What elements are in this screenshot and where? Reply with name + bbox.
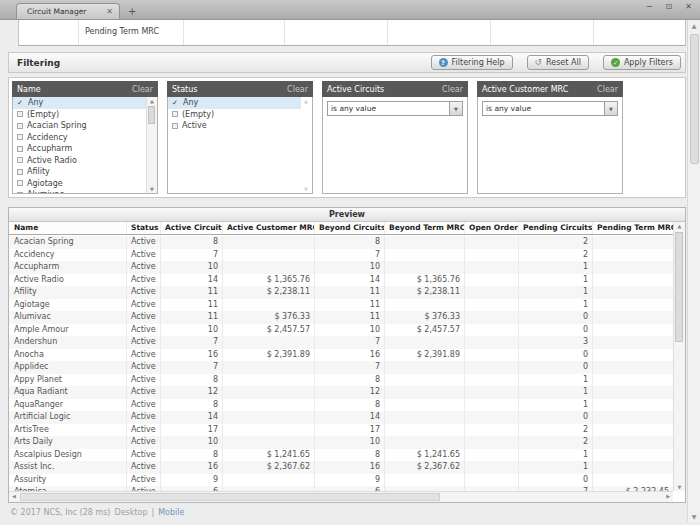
- clear-link[interactable]: Clear: [287, 85, 308, 94]
- checkbox[interactable]: [17, 192, 23, 193]
- active-customer-mrc-dropdown[interactable]: is any value ▼: [482, 101, 618, 116]
- table-row[interactable]: Acacian SpringActive882: [9, 236, 673, 249]
- table-row[interactable]: Artificial LogicActive14140: [9, 411, 673, 424]
- column-divider: [490, 20, 491, 45]
- close-icon[interactable]: ✕: [685, 2, 692, 11]
- table-row[interactable]: AgiotageActive11111: [9, 299, 673, 312]
- table-cell: 1: [519, 261, 593, 274]
- scrollbar-thumb[interactable]: [148, 106, 155, 124]
- column-header-active-customer-mrc[interactable]: Active Customer MRC: [223, 222, 315, 234]
- maximize-icon[interactable]: ⊡: [666, 2, 673, 11]
- scroll-left-icon[interactable]: ◀: [12, 493, 16, 499]
- footer-desktop-link[interactable]: Desktop: [114, 508, 147, 517]
- filter-option--empty-[interactable]: (Empty): [168, 109, 301, 121]
- scroll-up-icon[interactable]: ▲: [688, 22, 700, 29]
- table-cell: 16: [161, 349, 223, 362]
- checkbox[interactable]: [17, 111, 23, 117]
- column-header-beyond-circuits[interactable]: Beyond Circuits: [315, 222, 385, 234]
- table-cell: 1: [519, 374, 593, 387]
- tab-close-icon[interactable]: ✕: [100, 7, 119, 16]
- chevron-down-icon[interactable]: ▼: [604, 102, 617, 115]
- table-row[interactable]: ApplidecActive770: [9, 361, 673, 374]
- minimize-icon[interactable]: −: [646, 2, 653, 11]
- scroll-down-icon[interactable]: ▼: [688, 513, 700, 520]
- checkbox[interactable]: [17, 123, 23, 129]
- scroll-right-icon[interactable]: ▶: [666, 493, 670, 499]
- table-row[interactable]: Ascalpius DesignActive8$ 1,241.658$ 1,24…: [9, 449, 673, 462]
- filter-option-agiotage[interactable]: Agiotage: [13, 178, 146, 190]
- filter-option--empty-[interactable]: (Empty): [13, 109, 146, 121]
- tab-circuit-manager[interactable]: Circuit Manager ✕: [16, 3, 120, 19]
- filter-option-label: Active Radio: [27, 156, 77, 165]
- filter-option-any[interactable]: ✓Any: [168, 97, 301, 109]
- filter-option-accidency[interactable]: Accidency: [13, 132, 146, 144]
- filter-option-any[interactable]: ✓Any: [13, 97, 146, 109]
- table-row[interactable]: Appy PlanetActive881: [9, 374, 673, 387]
- checkbox[interactable]: [172, 111, 178, 117]
- filter-option-accupharm[interactable]: Accupharm: [13, 143, 146, 155]
- active-circuits-dropdown[interactable]: is any value ▼: [327, 101, 463, 116]
- table-row[interactable]: Arts DailyActive10102: [9, 436, 673, 449]
- table-row[interactable]: Aqua RadiantActive12121: [9, 386, 673, 399]
- scrollbar-thumb[interactable]: [20, 493, 440, 501]
- table-row[interactable]: Active RadioActive14$ 1,365.7614$ 1,365.…: [9, 274, 673, 287]
- filter-option-active-radio[interactable]: Active Radio: [13, 155, 146, 167]
- new-tab-icon[interactable]: +: [128, 7, 136, 17]
- scroll-down-icon[interactable]: ▼: [147, 186, 157, 192]
- column-header-status[interactable]: Status: [127, 222, 161, 234]
- chevron-down-icon[interactable]: ▼: [449, 102, 462, 115]
- column-header-name[interactable]: Name: [9, 222, 127, 234]
- table-row[interactable]: AssurityActive990: [9, 474, 673, 487]
- scroll-up-icon[interactable]: ▲: [674, 223, 685, 229]
- scrollbar-thumb[interactable]: [690, 34, 699, 164]
- checkbox[interactable]: [17, 180, 23, 186]
- table-row[interactable]: Ample AmourActive10$ 2,457.5710$ 2,457.5…: [9, 324, 673, 337]
- table-cell: [385, 474, 465, 487]
- apply-filters-button[interactable]: ✓ Apply Filters: [603, 55, 681, 70]
- reset-all-button[interactable]: ↺ Reset All: [527, 55, 589, 70]
- table-row[interactable]: AquaRangerActive881: [9, 399, 673, 412]
- table-cell: Accidency: [9, 249, 127, 262]
- checkbox[interactable]: [172, 123, 178, 129]
- dropdown-value: is any value: [483, 102, 604, 115]
- table-row[interactable]: AlumivacActive11$ 376.3311$ 376.330: [9, 311, 673, 324]
- table-row[interactable]: AnochaActive16$ 2,391.8916$ 2,391.890: [9, 349, 673, 362]
- column-header-beyond-term-mrc[interactable]: Beyond Term MRC: [385, 222, 465, 234]
- filter-option-alumivac[interactable]: Alumivac: [13, 189, 146, 193]
- table-row[interactable]: ArtisTreeActive17172: [9, 424, 673, 437]
- table-row[interactable]: AfilityActive11$ 2,238.1111$ 2,238.111: [9, 286, 673, 299]
- filter-panel-title: Status: [172, 85, 198, 94]
- footer-mobile-link[interactable]: Mobile: [158, 508, 184, 517]
- table-row[interactable]: Assist Inc.Active16$ 2,367.6216$ 2,367.6…: [9, 461, 673, 474]
- table-cell: [465, 299, 519, 312]
- checkbox[interactable]: [17, 157, 23, 163]
- table-row[interactable]: AndershunActive773: [9, 336, 673, 349]
- column-header-pending-circuits[interactable]: Pending Circuits: [519, 222, 593, 234]
- filtering-help-button[interactable]: ? Filtering Help: [431, 55, 513, 70]
- scroll-up-icon[interactable]: ▲: [147, 98, 157, 104]
- checkbox[interactable]: [17, 134, 23, 140]
- filter-option-afility[interactable]: Afility: [13, 166, 146, 178]
- column-header-open-orders[interactable]: Open Orders: [465, 222, 519, 234]
- checkbox[interactable]: [17, 146, 23, 152]
- filter-list-scrollbar[interactable]: ▲ ▼: [146, 97, 157, 193]
- table-cell: [223, 474, 315, 487]
- clear-link[interactable]: Clear: [132, 85, 153, 94]
- table-cell: $ 1,365.76: [385, 274, 465, 287]
- checkbox[interactable]: [17, 169, 23, 175]
- column-header-active-circuits[interactable]: Active Circuits: [161, 222, 223, 234]
- filtering-title: Filtering: [17, 58, 60, 68]
- scrollbar-thumb[interactable]: [675, 232, 683, 342]
- preview-horizontal-scrollbar[interactable]: ◀ ▶: [9, 491, 673, 502]
- clear-link[interactable]: Clear: [597, 85, 618, 94]
- preview-vertical-scrollbar[interactable]: ▲ ▼: [673, 222, 685, 491]
- clear-link[interactable]: Clear: [442, 85, 463, 94]
- scroll-down-icon[interactable]: ▼: [674, 484, 685, 490]
- page-scrollbar[interactable]: ▲ ▼: [687, 20, 700, 522]
- table-row[interactable]: AccidencyActive772: [9, 249, 673, 262]
- column-header-pending-term-mrc[interactable]: Pending Term MRC: [593, 222, 673, 234]
- table-row[interactable]: AccupharmActive10101: [9, 261, 673, 274]
- table-cell: [593, 336, 673, 349]
- filter-option-active[interactable]: Active: [168, 120, 301, 132]
- filter-option-acacian-spring[interactable]: Acacian Spring: [13, 120, 146, 132]
